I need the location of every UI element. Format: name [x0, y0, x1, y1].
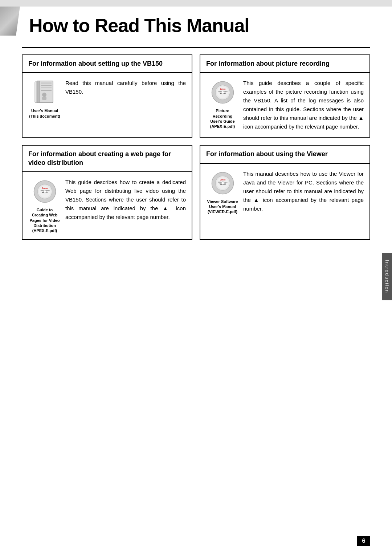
box-setup-text: Read this manual carefully before using … [65, 79, 186, 96]
icon-label-line1: User's Manual [31, 109, 58, 113]
svg-point-17 [221, 91, 224, 94]
icon-label-viewer: Viewer SoftwareUser's Manual(VIEWER-E.pd… [207, 199, 238, 214]
box-setup-title: For information about setting up the VB1… [28, 60, 186, 68]
top-bar [0, 0, 392, 7]
svg-rect-3 [37, 81, 40, 103]
box-picture-title: For information about picture recording [206, 60, 364, 68]
box-viewer-body: Canon Utility Software VB150 Viewer Soft… [200, 164, 369, 220]
box-webpage-icon-area: Canon Utility Software VB150 Guide toCre… [28, 178, 61, 233]
box-viewer-text: This manual describes how to use the Vie… [243, 170, 364, 213]
page-number: 6 [357, 536, 370, 546]
svg-text:Canon: Canon [220, 179, 225, 181]
svg-rect-9 [41, 82, 52, 84]
svg-text:Canon: Canon [42, 187, 48, 189]
box-viewer-title: For information about using the Viewer [206, 150, 364, 158]
cd-webpage-icon: Canon Utility Software VB150 [31, 178, 58, 205]
title-rule [22, 47, 370, 48]
box-webpage-icon-label: Guide toCreating WebPages for VideoDistr… [30, 207, 60, 233]
book-icon [31, 79, 58, 106]
box-viewer-icon-area: Canon Utility Software VB150 Viewer Soft… [206, 170, 239, 215]
info-grid: For information about setting up the VB1… [22, 54, 370, 240]
box-setup-header: For information about setting up the VB1… [23, 55, 192, 73]
cd-viewer-icon: Canon Utility Software VB150 [209, 170, 236, 197]
box-picture-text: This guide describes a couple of specifi… [243, 79, 364, 131]
box-picture-icon-label: PictureRecordingUser's Guide(APEX-E.pdf) [210, 108, 235, 129]
svg-text:Canon: Canon [220, 88, 225, 90]
box-viewer-header: For information about using the Viewer [200, 146, 369, 163]
left-decoration [0, 0, 22, 36]
box-picture-body: Canon Utility Software VB150 [200, 73, 369, 137]
page-title-area: How to Read This Manual [29, 15, 370, 36]
box-viewer-icon-label: Viewer SoftwareUser's Manual(VIEWER-E.pd… [207, 199, 238, 215]
box-setup-icon-label: User's Manual (This document) [29, 108, 60, 119]
sidebar-tab: Introduction [382, 253, 392, 301]
box-viewer: For information about using the Viewer C… [200, 145, 370, 240]
icon-label-picture: PictureRecordingUser's Guide(APEX-E.pdf) [210, 109, 235, 129]
box-picture-header: For information about picture recording [200, 55, 369, 73]
box-picture: For information about picture recording [200, 54, 370, 138]
cd-picture-icon: Canon Utility Software VB150 [209, 79, 236, 106]
box-picture-icon-area: Canon Utility Software VB150 [206, 79, 239, 129]
svg-point-7 [42, 93, 46, 97]
box-webpage-header: For information about creating a web pag… [23, 146, 192, 172]
box-webpage-body: Canon Utility Software VB150 Guide toCre… [23, 172, 192, 239]
box-webpage-text: This guide describes how to create a ded… [65, 178, 186, 221]
svg-point-24 [43, 190, 46, 193]
svg-rect-8 [42, 97, 46, 100]
svg-point-31 [221, 182, 224, 184]
box-setup-body: User's Manual (This document) Read this … [23, 73, 192, 125]
box-webpage: For information about creating a web pag… [22, 145, 192, 240]
icon-label-webpage: Guide toCreating WebPages for VideoDistr… [30, 208, 60, 233]
icon-label-line2: (This document) [29, 114, 60, 118]
page-title: How to Read This Manual [29, 15, 370, 36]
box-setup: For information about setting up the VB1… [22, 54, 192, 138]
box-webpage-title: For information about creating a web pag… [28, 150, 186, 167]
content-area: For information about setting up the VB1… [22, 54, 370, 531]
box-setup-icon-area: User's Manual (This document) [28, 79, 61, 119]
